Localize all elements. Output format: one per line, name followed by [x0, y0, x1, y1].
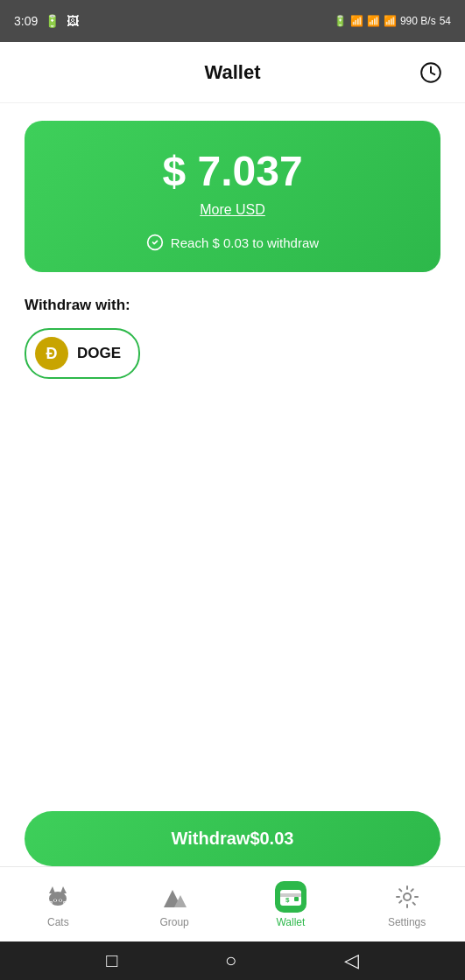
svg-text:$: $ — [285, 896, 290, 904]
nav-item-wallet[interactable]: $ Wallet — [233, 881, 349, 928]
main-content: $ 7.037 More USD Reach $ 0.03 to withdra… — [0, 103, 465, 396]
cats-icon — [42, 881, 74, 913]
withdraw-button-container: Withdraw$0.03 — [25, 811, 440, 866]
wallet-icon: $ — [275, 881, 306, 913]
square-button[interactable]: □ — [106, 949, 117, 972]
wifi-icon: 📶 — [350, 15, 363, 27]
speed-label: 990 B/s — [400, 15, 436, 27]
nav-item-settings[interactable]: Settings — [349, 881, 465, 928]
status-bar-left: 3:09 🔋 🖼 — [14, 14, 79, 28]
balance-amount: $ 7.037 — [162, 147, 302, 195]
doge-button[interactable]: Ð DOGE — [25, 328, 140, 379]
svg-line-12 — [63, 903, 68, 904]
page-title: Wallet — [205, 61, 261, 84]
doge-label: DOGE — [77, 345, 121, 362]
image-icon: 🖼 — [67, 14, 79, 28]
battery-icon: 🔋 — [45, 14, 60, 28]
group-icon — [159, 881, 190, 913]
withdraw-button[interactable]: Withdraw$0.03 — [25, 811, 440, 866]
group-nav-label: Group — [159, 916, 188, 928]
bottom-nav: Cats Group $ Wallet — [0, 866, 465, 942]
wallet-nav-label: Wallet — [276, 916, 305, 928]
svg-point-8 — [60, 900, 61, 901]
header: Wallet — [0, 42, 465, 103]
doge-coin-icon: Ð — [35, 337, 68, 370]
home-indicator: □ ○ ◁ — [0, 942, 465, 980]
more-usd-link[interactable]: More USD — [200, 202, 265, 218]
settings-icon — [391, 881, 423, 913]
svg-rect-16 — [280, 893, 301, 897]
nav-item-group[interactable]: Group — [116, 881, 233, 928]
back-button[interactable]: ◁ — [344, 949, 359, 972]
nav-item-cats[interactable]: Cats — [0, 881, 116, 928]
signal-icon1: 📶 — [367, 15, 380, 27]
svg-rect-17 — [294, 897, 299, 901]
circle-check-icon — [146, 234, 164, 251]
cats-nav-label: Cats — [47, 916, 69, 928]
battery-icon2: 🔋 — [334, 15, 347, 27]
svg-marker-4 — [60, 886, 67, 893]
withdraw-with-label: Withdraw with: — [25, 297, 440, 314]
status-time: 3:09 — [14, 14, 38, 28]
history-icon[interactable] — [418, 60, 444, 86]
circle-button[interactable]: ○ — [225, 949, 236, 972]
settings-nav-label: Settings — [388, 916, 426, 928]
svg-line-10 — [47, 903, 53, 904]
withdraw-info-text: Reach $ 0.03 to withdraw — [171, 235, 319, 250]
battery-level: 54 — [440, 15, 451, 27]
balance-card: $ 7.037 More USD Reach $ 0.03 to withdra… — [25, 121, 440, 272]
signal-icon2: 📶 — [384, 15, 397, 27]
svg-point-19 — [404, 893, 411, 900]
svg-marker-3 — [49, 886, 55, 893]
status-bar-right: 🔋 📶 📶 📶 990 B/s 54 — [334, 15, 451, 27]
svg-point-7 — [54, 900, 56, 901]
withdraw-info: Reach $ 0.03 to withdraw — [146, 234, 319, 251]
status-bar: 3:09 🔋 🖼 🔋 📶 📶 📶 990 B/s 54 — [0, 0, 465, 42]
